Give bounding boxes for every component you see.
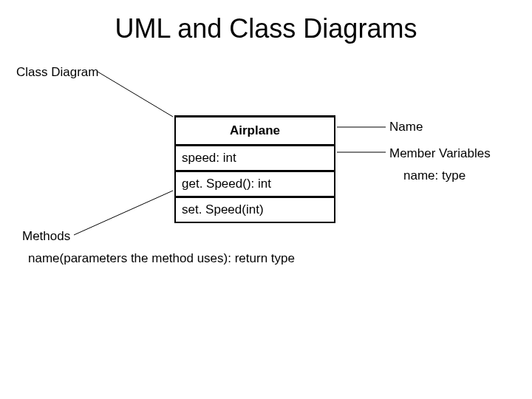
label-class-diagram: Class Diagram (16, 65, 98, 80)
uml-method-row: get. Speed(): int (176, 172, 334, 198)
slide-title: UML and Class Diagrams (0, 13, 532, 44)
label-name-type: name: type (403, 168, 466, 183)
uml-attribute-row: speed: int (176, 146, 334, 172)
label-method-syntax: name(parameters the method uses): return… (28, 251, 295, 266)
label-member-variables: Member Variables (389, 146, 491, 161)
svg-line-3 (74, 191, 173, 235)
label-name: Name (389, 120, 423, 134)
uml-method-row: set. Speed(int) (176, 198, 334, 222)
label-methods: Methods (22, 229, 70, 244)
uml-class-box: Airplane speed: int get. Speed(): int se… (174, 115, 335, 223)
uml-class-name: Airplane (176, 117, 334, 146)
svg-line-0 (98, 72, 173, 117)
